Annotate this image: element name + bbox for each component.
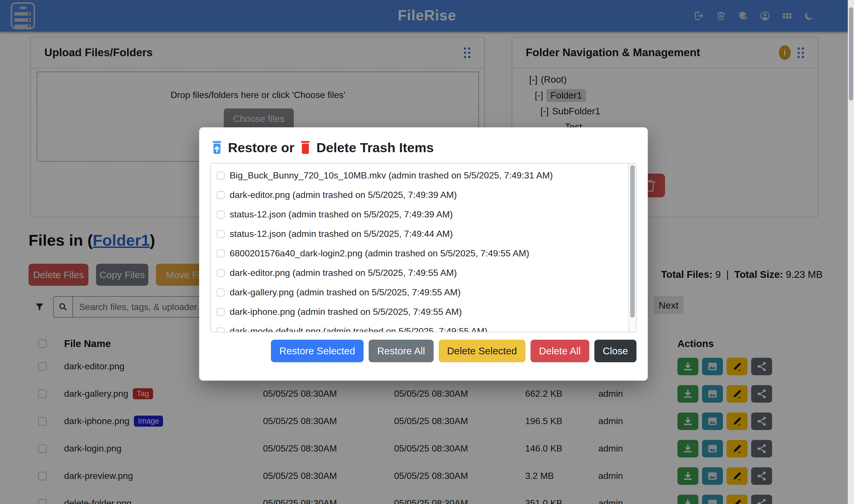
- list-scrollbar[interactable]: [628, 163, 636, 332]
- trash-list-item[interactable]: 6800201576a40_dark-login2.png (admin tra…: [211, 244, 636, 263]
- trash-item-label: status-12.json (admin trashed on 5/5/202…: [230, 209, 453, 220]
- restore-trash-icon: [211, 140, 224, 155]
- trash-items-list: Big_Buck_Bunny_720_10s_10MB.mkv (admin t…: [211, 163, 637, 332]
- trash-list-item[interactable]: dark-gallery.png (admin trashed on 5/5/2…: [211, 283, 636, 302]
- trash-item-label: Big_Buck_Bunny_720_10s_10MB.mkv (admin t…: [230, 170, 553, 181]
- trash-modal-button[interactable]: Restore All: [369, 340, 433, 362]
- trash-modal-button[interactable]: Close: [594, 340, 637, 362]
- trash-modal-button[interactable]: Restore Selected: [271, 340, 363, 362]
- trash-item-checkbox[interactable]: [217, 269, 225, 277]
- trash-item-label: dark-editor.png (admin trashed on 5/5/20…: [230, 190, 457, 200]
- trash-item-label: dark-iphone.png (admin trashed on 5/5/20…: [230, 307, 462, 317]
- trash-list-item[interactable]: status-12.json (admin trashed on 5/5/202…: [211, 224, 636, 244]
- trash-list-item[interactable]: dark-editor.png (admin trashed on 5/5/20…: [211, 185, 636, 205]
- page-scrollbar[interactable]: [848, 0, 854, 504]
- trash-item-label: dark-gallery.png (admin trashed on 5/5/2…: [230, 287, 461, 298]
- trash-item-checkbox[interactable]: [217, 191, 225, 199]
- trash-list-item[interactable]: dark-iphone.png (admin trashed on 5/5/20…: [211, 302, 636, 322]
- trash-list-item[interactable]: status-12.json (admin trashed on 5/5/202…: [211, 205, 636, 224]
- delete-trash-icon: [299, 140, 312, 155]
- trash-modal-button[interactable]: Delete Selected: [439, 340, 526, 362]
- trash-item-checkbox[interactable]: [217, 327, 225, 332]
- trash-item-label: status-12.json (admin trashed on 5/5/202…: [230, 229, 453, 239]
- trash-item-checkbox[interactable]: [217, 289, 225, 296]
- trash-item-checkbox[interactable]: [217, 250, 225, 257]
- filerise-app: FileRise Upload Files/Folders: [0, 0, 854, 504]
- trash-modal-buttons: Restore Selected Restore All Delete Sele…: [211, 340, 637, 362]
- trash-list-item[interactable]: dark-mode-default.png (admin trashed on …: [211, 322, 636, 332]
- trash-item-label: dark-editor.png (admin trashed on 5/5/20…: [230, 268, 457, 278]
- trash-item-checkbox[interactable]: [217, 308, 225, 316]
- trash-item-label: 6800201576a40_dark-login2.png (admin tra…: [230, 248, 529, 259]
- trash-modal-button[interactable]: Delete All: [531, 340, 589, 362]
- trash-list-item[interactable]: dark-editor.png (admin trashed on 5/5/20…: [211, 263, 636, 283]
- trash-item-checkbox[interactable]: [217, 211, 225, 218]
- list-scrollbar-thumb[interactable]: [630, 165, 635, 318]
- trash-modal: Restore or Delete Trash Items Big_Buck_B…: [199, 127, 648, 381]
- trash-item-checkbox[interactable]: [217, 230, 225, 238]
- page-scrollbar-thumb[interactable]: [849, 7, 853, 101]
- trash-modal-title: Restore or Delete Trash Items: [211, 139, 637, 156]
- trash-list-item[interactable]: Big_Buck_Bunny_720_10s_10MB.mkv (admin t…: [211, 166, 636, 185]
- trash-item-label: dark-mode-default.png (admin trashed on …: [230, 326, 487, 332]
- trash-item-checkbox[interactable]: [217, 172, 225, 180]
